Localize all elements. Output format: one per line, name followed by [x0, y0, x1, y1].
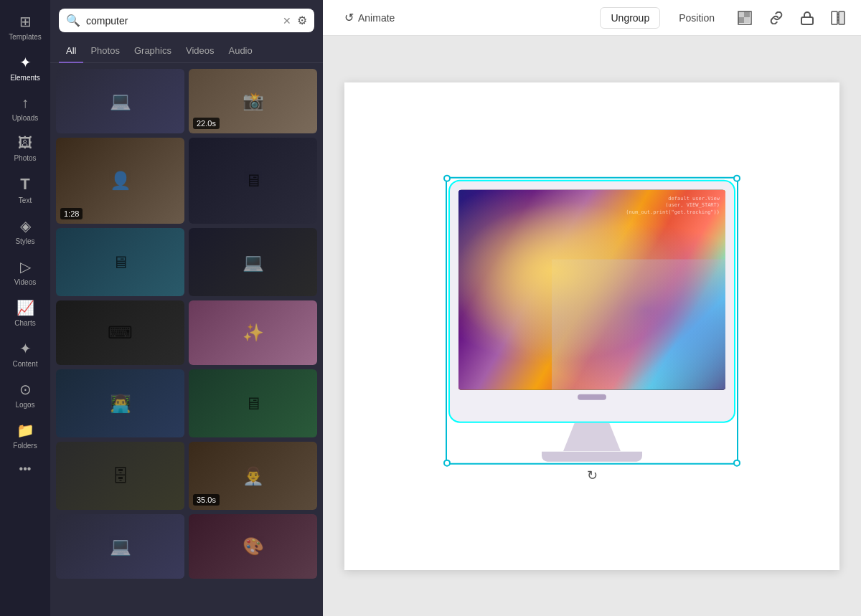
sidebar-label-text: Text: [19, 196, 32, 204]
monitor-screen: default user.View (user, VIEW_START) (nu…: [458, 189, 725, 389]
grid-item-4[interactable]: 🖥: [56, 228, 184, 296]
grid-item-0[interactable]: 💻: [56, 69, 184, 133]
sidebar-label-styles: Styles: [15, 237, 34, 245]
position-button[interactable]: Position: [669, 8, 725, 28]
tab-videos[interactable]: Videos: [179, 39, 222, 63]
grid-item-visual-13: 🎨: [189, 514, 317, 579]
grid-item-5[interactable]: 💻: [189, 228, 317, 296]
link-button[interactable]: [765, 7, 788, 29]
sidebar-item-content[interactable]: ✦ Content: [0, 333, 50, 374]
svg-rect-3: [738, 17, 744, 23]
transparency-icon: [738, 11, 752, 25]
ungroup-button[interactable]: Ungroup: [600, 7, 660, 29]
grid-item-visual-4: 🖥: [56, 228, 184, 296]
handle-br[interactable]: [733, 459, 740, 466]
handle-tr[interactable]: [733, 174, 740, 181]
search-bar: 🔍 ✕ ⚙: [59, 9, 314, 32]
grid-item-visual-0: 💻: [56, 69, 184, 133]
grid-item-2[interactable]: 👤1:28: [56, 138, 184, 224]
rotate-handle[interactable]: ↻: [587, 467, 598, 483]
main-area: ↺ Animate Ungroup Position: [323, 0, 861, 616]
sidebar-item-templates[interactable]: ⊞ Templates: [0, 6, 50, 47]
position-label: Position: [679, 12, 715, 24]
grid-item-10[interactable]: 🗄: [56, 442, 184, 510]
sidebar-item-elements[interactable]: ✦ Elements: [0, 47, 50, 87]
search-panel: 🔍 ✕ ⚙ All Photos Graphics Videos Audio 💻…: [50, 0, 323, 616]
monitor-button: [578, 394, 606, 399]
more-icon: •••: [19, 463, 32, 475]
sidebar-item-text[interactable]: T Text: [0, 168, 50, 210]
sidebar-item-uploads[interactable]: ↑ Uploads: [0, 87, 50, 128]
elements-icon: ✦: [19, 54, 32, 71]
tab-all[interactable]: All: [59, 39, 83, 63]
computer-element[interactable]: default user.View (user, VIEW_START) (nu…: [448, 179, 735, 461]
grid-item-8[interactable]: 👨‍💻: [56, 369, 184, 437]
animate-icon: ↺: [344, 11, 354, 24]
grid-item-visual-9: 🖥: [189, 369, 317, 437]
badge-2: 1:28: [60, 208, 83, 219]
search-icon: 🔍: [66, 14, 80, 27]
transparency-button[interactable]: [733, 6, 756, 29]
grid-item-visual-12: 💻: [56, 514, 184, 579]
styles-icon: ◈: [20, 217, 31, 234]
sidebar-item-photos[interactable]: 🖼 Photos: [0, 128, 50, 168]
svg-rect-0: [738, 11, 744, 17]
templates-icon: ⊞: [19, 13, 32, 30]
tab-graphics[interactable]: Graphics: [127, 39, 179, 63]
flip-button[interactable]: [827, 6, 850, 29]
monitor-stand: [563, 422, 621, 451]
sidebar-item-videos[interactable]: ▷ Videos: [0, 251, 50, 292]
sidebar-label-content: Content: [12, 360, 37, 368]
grid-item-6[interactable]: ⌨: [56, 300, 184, 365]
sidebar-item-folders[interactable]: 📁 Folders: [0, 414, 50, 455]
handle-bl[interactable]: [443, 459, 451, 466]
badge-1: 22.0s: [193, 118, 220, 129]
grid-item-visual-3: 🖥: [189, 138, 317, 224]
handle-tl[interactable]: [443, 174, 451, 181]
canvas-page[interactable]: default user.View (user, VIEW_START) (nu…: [344, 82, 839, 570]
grid-item-visual-10: 🗄: [56, 442, 184, 510]
animate-label: Animate: [358, 12, 395, 24]
screen-code-text: default user.View (user, VIEW_START) (nu…: [626, 195, 720, 216]
screen-hand-overlay: [552, 260, 725, 389]
lock-button[interactable]: [796, 6, 818, 29]
tab-audio[interactable]: Audio: [221, 39, 259, 63]
folders-icon: 📁: [17, 422, 34, 439]
flip-icon: [831, 11, 845, 25]
svg-rect-1: [744, 17, 750, 23]
grid-item-1[interactable]: 📸22.0s: [189, 69, 317, 133]
grid-item-13[interactable]: 🎨: [189, 514, 317, 579]
search-bar-wrap: 🔍 ✕ ⚙: [50, 0, 323, 39]
grid-item-12[interactable]: 💻: [56, 514, 184, 579]
sidebar-label-uploads: Uploads: [12, 114, 39, 122]
results-grid-wrap[interactable]: 💻📸22.0s👤1:28🖥🖥💻⌨✨👨‍💻🖥🗄👨‍💼35.0s💻🎨: [50, 63, 323, 616]
results-grid: 💻📸22.0s👤1:28🖥🖥💻⌨✨👨‍💻🖥🗄👨‍💼35.0s💻🎨: [56, 69, 317, 579]
lock-icon: [801, 11, 814, 25]
sidebar-label-elements: Elements: [10, 74, 40, 82]
sidebar-item-more[interactable]: •••: [0, 455, 50, 481]
svg-rect-6: [832, 11, 837, 24]
sidebar-item-styles[interactable]: ◈ Styles: [0, 210, 50, 251]
grid-item-3[interactable]: 🖥: [189, 138, 317, 224]
grid-item-11[interactable]: 👨‍💼35.0s: [189, 442, 317, 510]
sidebar-item-logos[interactable]: ⊙ Logos: [0, 374, 50, 414]
search-input[interactable]: [86, 15, 277, 27]
svg-rect-5: [801, 17, 813, 24]
filter-button[interactable]: ⚙: [297, 14, 307, 27]
sidebar-item-charts[interactable]: 📈 Charts: [0, 292, 50, 333]
tab-photos[interactable]: Photos: [83, 39, 126, 63]
screen-bg: [458, 189, 725, 389]
sidebar-label-photos: Photos: [14, 154, 36, 162]
animate-button[interactable]: ↺ Animate: [334, 6, 405, 29]
sidebar-label-folders: Folders: [13, 442, 37, 450]
grid-item-9[interactable]: 🖥: [189, 369, 317, 437]
grid-item-visual-7: ✨: [189, 300, 317, 365]
grid-item-visual-5: 💻: [189, 228, 317, 296]
tabs-bar: All Photos Graphics Videos Audio: [50, 39, 323, 63]
clear-button[interactable]: ✕: [283, 16, 291, 26]
text-icon: T: [20, 175, 29, 194]
monitor-chin: [458, 389, 725, 399]
grid-item-7[interactable]: ✨: [189, 300, 317, 365]
screen-image: default user.View (user, VIEW_START) (nu…: [458, 189, 725, 389]
canvas-wrap[interactable]: default user.View (user, VIEW_START) (nu…: [323, 36, 861, 616]
